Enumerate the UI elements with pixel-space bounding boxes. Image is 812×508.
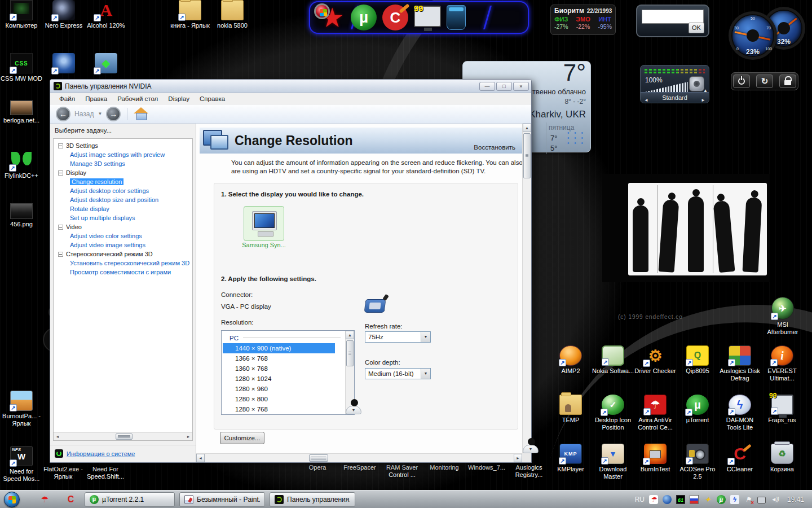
desktop-icon-alcohol[interactable]: A Alcohol 120% xyxy=(85,0,127,29)
tree-item[interactable]: Adjust image settings with preview xyxy=(55,150,192,159)
close-button[interactable]: × xyxy=(513,82,529,91)
tree-item[interactable]: Adjust video color settings xyxy=(55,231,192,240)
cpu-gauge[interactable]: 0 30 50 70 100 23% xyxy=(729,11,777,60)
tree-item[interactable]: Display xyxy=(55,168,192,177)
dock-icon[interactable]: µ xyxy=(351,5,377,30)
tree-item[interactable]: Стереоскопический режим 3D xyxy=(55,249,192,259)
desktop-icon[interactable]: Auslogics Disk Defrag xyxy=(718,345,761,395)
menu-item[interactable]: Справка xyxy=(195,94,230,103)
prev-preset-icon[interactable]: ◄ xyxy=(644,95,648,106)
tray-icon[interactable]: ϟ xyxy=(730,495,739,504)
dropdown-arrow-icon[interactable] xyxy=(421,369,430,379)
main-vertical-scrollbar[interactable]: ▲ ▼ xyxy=(522,124,531,453)
desktop-icon-label[interactable]: Opera xyxy=(296,464,339,479)
tree-item[interactable]: Adjust desktop color settings xyxy=(55,186,192,195)
lock-button[interactable] xyxy=(779,75,796,88)
shutdown-button[interactable] xyxy=(733,75,750,88)
desktop-icon[interactable]: Q Qip8095 xyxy=(676,345,719,395)
desktop-icon-label[interactable]: Windows_7... xyxy=(465,464,508,479)
resolution-listbox[interactable]: PC 812 × 508 (native) 1366 × 768 1360 ×… xyxy=(221,330,355,415)
tray-icon[interactable]: ☂ xyxy=(649,495,658,504)
menu-item[interactable]: Рабочий стол xyxy=(113,94,162,103)
desktop-icon-msi-afterburner[interactable]: ✈ MSI Afterburner xyxy=(761,297,804,336)
desktop-icon[interactable]: ☂ Avira AntiVir Control Ce... xyxy=(634,395,677,444)
desktop-icon-label[interactable]: Monitoring xyxy=(423,464,466,479)
minimize-button[interactable]: — xyxy=(479,82,495,91)
dock-icon[interactable]: C xyxy=(382,5,408,30)
tree-item[interactable]: Adjust video image settings xyxy=(55,240,192,249)
tray-icon[interactable] xyxy=(663,495,672,504)
collapse-icon[interactable] xyxy=(58,252,63,257)
tree-item[interactable]: Adjust desktop size and position xyxy=(55,195,192,204)
clock[interactable]: 19:41 xyxy=(787,496,804,503)
tree-item[interactable]: Set up multiple displays xyxy=(55,213,192,222)
dropdown-arrow-icon[interactable] xyxy=(421,332,430,342)
taskbar-button[interactable]: Панель управления... xyxy=(270,492,355,507)
dock-icon[interactable]: 99 xyxy=(414,6,441,27)
restart-button[interactable]: ↻ xyxy=(756,75,773,88)
desktop-icon[interactable]: KMP KMPlayer xyxy=(549,444,592,493)
search-input[interactable] xyxy=(642,10,704,24)
tray-icon[interactable]: ⚑ xyxy=(744,495,753,504)
menu-item[interactable]: Display xyxy=(164,94,194,103)
menu-item[interactable]: Правка xyxy=(81,94,112,103)
resolution-option[interactable]: 1280 × 1024 xyxy=(223,374,344,384)
desktop-icon-folder-nokia[interactable]: nokia 5800 xyxy=(211,0,254,29)
forward-button[interactable]: → xyxy=(106,107,121,121)
tree-item[interactable]: 3D Settings xyxy=(55,141,192,150)
desktop-icon-css-mod[interactable]: CSS CSS MW MOD xyxy=(0,53,43,82)
desktop-icon-nero[interactable]: Nero Express xyxy=(42,0,85,29)
language-indicator[interactable]: RU xyxy=(635,496,645,503)
desktop-icon-folder-kniga[interactable]: книга - Ярлык xyxy=(169,0,211,29)
scrollbar-thumb[interactable] xyxy=(523,133,531,178)
tray-icon[interactable]: 61 xyxy=(676,495,685,504)
tray-icon[interactable]: ◄)) xyxy=(770,495,779,504)
desktop-icon-nfs[interactable]: WNFS Need for Speed Mos... xyxy=(0,446,43,483)
desktop-icon[interactable]: 99 Fraps_rus xyxy=(761,395,804,444)
next-preset-icon[interactable]: ► xyxy=(701,95,705,106)
desktop-icon-456png[interactable]: 456.png xyxy=(0,201,43,228)
scrollbar-thumb[interactable] xyxy=(116,433,133,440)
back-history-dropdown-icon[interactable]: ▼ xyxy=(98,111,102,116)
tree-item[interactable]: Video xyxy=(55,222,192,231)
list-vertical-scrollbar[interactable]: ▲ ▼ xyxy=(345,331,354,414)
color-depth-select[interactable]: Medium (16-bit) xyxy=(365,368,431,379)
desktop-icon[interactable]: ▼ Download Master xyxy=(592,444,634,493)
resolution-option[interactable]: 1280 × 800 xyxy=(223,394,344,404)
start-button[interactable] xyxy=(4,492,20,507)
quicklaunch-ccleaner-icon[interactable]: C xyxy=(65,494,76,505)
desktop-icon[interactable]: BurnInTest xyxy=(634,444,677,493)
desktop-icon[interactable]: TEMP xyxy=(549,395,592,444)
resolution-option[interactable]: 1280 × 960 xyxy=(223,384,344,394)
sidebar-horizontal-scrollbar[interactable]: ◄► xyxy=(54,432,192,440)
desktop-icon-sims[interactable]: ◆ xyxy=(85,53,127,73)
desktop-icon-label[interactable]: Auslogics Registry... xyxy=(508,464,550,479)
resolution-option[interactable]: 1360 × 768 xyxy=(223,364,344,374)
tray-icon[interactable]: ✦ xyxy=(703,495,712,504)
desktop-icon[interactable]: ϟ DAEMON Tools Lite xyxy=(718,395,761,444)
collapse-icon[interactable] xyxy=(58,170,63,176)
collapse-icon[interactable] xyxy=(58,225,63,230)
tray-icon[interactable] xyxy=(757,497,766,503)
desktop-icon-label[interactable]: FreeSpacer xyxy=(338,464,381,479)
taskbar-button[interactable]: Безымянный - Paint... xyxy=(179,492,265,507)
taskbar-button[interactable]: µTorrent 2.2.1 xyxy=(85,492,175,507)
desktop-icon-flatout-label[interactable]: FlatOut2.exe - Ярлык xyxy=(42,464,85,480)
desktop-icon[interactable]: i EVEREST Ultimat... xyxy=(761,345,804,395)
desktop-icon-game[interactable] xyxy=(42,53,85,73)
resolution-option[interactable]: 1280 × 768 xyxy=(223,404,344,413)
desktop-icon[interactable]: ♻ Корзина xyxy=(761,444,804,493)
refresh-rate-select[interactable]: 75Hz xyxy=(365,331,431,343)
quicklaunch-avira-icon[interactable]: ☂ xyxy=(39,494,50,505)
customize-button[interactable]: Customize... xyxy=(220,432,264,444)
tree-item[interactable]: Manage 3D settings xyxy=(55,159,192,168)
maximize-button[interactable]: □ xyxy=(496,82,512,91)
restore-link[interactable]: Восстановить xyxy=(474,144,515,151)
volume-gadget[interactable]: 100% ▲ ◄ Standard ► xyxy=(640,65,709,103)
dock-icon[interactable] xyxy=(314,3,330,19)
desktop-icon[interactable]: ACDSee Pro 2.5 xyxy=(676,444,719,493)
biorhythm-gadget[interactable]: Биоритм 22/2/1993 ФИЗ -27% ЭМО -22% ИНТ … xyxy=(550,5,616,35)
scrollbar-thumb[interactable] xyxy=(346,340,354,366)
desktop-icon-flylinkdc[interactable]: FlylinkDC++ xyxy=(0,150,43,179)
desktop-icon[interactable]: Nokia Softwa... xyxy=(592,345,634,395)
